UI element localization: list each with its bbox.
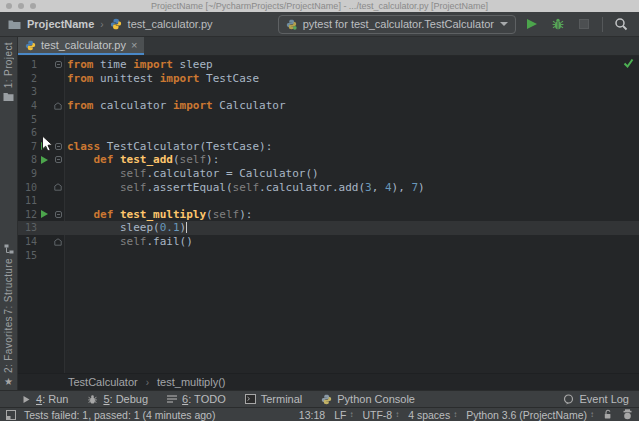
project-stripe-label: 1: Project: [3, 42, 14, 88]
breadcrumb-item[interactable]: test_multiply(): [157, 376, 225, 388]
breadcrumb-item[interactable]: TestCalculator: [68, 376, 138, 388]
nav-project-name[interactable]: ProjectName: [27, 18, 94, 30]
code-editor[interactable]: 1from time import sleep2from unittest im…: [18, 56, 639, 373]
line-number: 11: [18, 195, 37, 206]
maximize-window-icon[interactable]: [30, 3, 36, 9]
code-text: from time import sleep: [65, 58, 213, 71]
breadcrumbs-bar: TestCalculator›test_multiply(): [18, 373, 639, 390]
status-widget[interactable]: UTF-8↕: [362, 409, 399, 421]
fold-end-icon[interactable]: [51, 102, 65, 110]
sidebar-item-project[interactable]: 1: Project: [0, 42, 17, 102]
chevron-down-icon: [500, 22, 508, 26]
event-log-icon: [563, 394, 574, 405]
code-line-4[interactable]: 4from calculator import Calculator: [18, 99, 639, 113]
minimize-window-icon[interactable]: [18, 3, 24, 9]
status-widget[interactable]: Python 3.6 (ProjectName)↕: [466, 409, 594, 421]
run-test-gutter-icon[interactable]: [37, 210, 51, 218]
toolwindow-button-label: 5: Debug: [103, 393, 148, 405]
toolwindow-switcher-icon[interactable]: [6, 410, 16, 420]
code-line-11[interactable]: 11: [18, 194, 639, 208]
run-configuration-label: pytest for test_calculator.TestCalculato…: [303, 18, 494, 30]
terminal-icon: [245, 394, 256, 404]
line-number: 15: [18, 250, 37, 261]
status-widget-label: 13:18: [299, 409, 325, 421]
editor-tabbar: test_calculator.py ×: [18, 37, 639, 56]
sidebar-item-favorites[interactable]: 2: Favorites ★: [0, 316, 17, 387]
hector-inspector-icon[interactable]: [622, 409, 633, 420]
debug-button[interactable]: [548, 14, 568, 34]
status-widget[interactable]: LF↕: [334, 409, 353, 421]
toolwindow-button-pythonconsole[interactable]: Python Console: [321, 393, 415, 405]
code-line-15[interactable]: 15: [18, 248, 639, 262]
status-message[interactable]: Tests failed: 1, passed: 1 (4 minutes ag…: [24, 409, 215, 421]
code-line-2[interactable]: 2from unittest import TestCase: [18, 72, 639, 86]
toolwindow-button-label: Terminal: [261, 393, 303, 405]
code-line-13[interactable]: 13 sleep(0.1): [18, 221, 639, 235]
code-text: from calculator import Calculator: [65, 99, 286, 112]
fold-start-icon[interactable]: [51, 211, 65, 218]
code-line-14[interactable]: 14 self.fail(): [18, 235, 639, 249]
close-tab-icon[interactable]: ×: [131, 40, 137, 50]
status-widget-label: 4 spaces: [408, 409, 450, 421]
code-line-8[interactable]: 8 def test_add(self):: [18, 153, 639, 167]
line-number: 12: [18, 209, 37, 220]
folder-icon: [8, 19, 21, 30]
window-title: ProjectName [~/PycharmProjects/ProjectNa…: [151, 1, 488, 11]
line-number: 8: [18, 154, 37, 165]
breadcrumb-chevron-icon: ›: [146, 377, 149, 388]
toolwindow-button-terminal[interactable]: Terminal: [245, 393, 303, 405]
close-window-icon[interactable]: [6, 3, 12, 9]
code-line-9[interactable]: 9 self.calculator = Calculator(): [18, 167, 639, 181]
toolwindow-button-todo[interactable]: 6: TODO: [167, 393, 226, 405]
run-test-gutter-icon[interactable]: [37, 142, 51, 150]
run-configuration-select[interactable]: pytest for test_calculator.TestCalculato…: [278, 15, 516, 34]
fold-start-icon[interactable]: [51, 156, 65, 163]
line-number: 10: [18, 182, 37, 193]
code-line-1[interactable]: 1from time import sleep: [18, 58, 639, 72]
code-line-5[interactable]: 5: [18, 112, 639, 126]
fold-end-icon[interactable]: [51, 238, 65, 246]
toolwindow-button-run[interactable]: 4: Run: [22, 393, 68, 405]
main-area: 1: Project 7: Structure 2: Favorites ★: [0, 37, 639, 390]
code-line-12[interactable]: 12 def test_multiply(self):: [18, 208, 639, 222]
run-test-gutter-icon[interactable]: [37, 156, 51, 164]
toolwindow-button-label: 6: TODO: [182, 393, 226, 405]
code-line-10[interactable]: 10 self.assertEqual(self.calculator.add(…: [18, 180, 639, 194]
fold-end-icon[interactable]: [51, 183, 65, 191]
structure-stripe-label: 7: Structure: [3, 258, 14, 315]
sidebar-item-structure[interactable]: 7: Structure: [0, 244, 17, 315]
code-text: self.fail(): [65, 235, 193, 248]
code-text: from unittest import TestCase: [65, 72, 259, 85]
code-line-7[interactable]: 7class TestCalculator(TestCase):: [18, 140, 639, 154]
breadcrumb: ProjectName › test_calculator.py: [8, 18, 213, 30]
code-line-3[interactable]: 3: [18, 85, 639, 99]
star-icon: ★: [4, 377, 13, 387]
line-number: 7: [18, 141, 37, 152]
code-text: self.calculator = Calculator(): [65, 167, 319, 180]
toolwindow-button-debug[interactable]: 5: Debug: [87, 393, 148, 405]
toolwindow-bar: 4: Run5: Debug6: TODOTerminalPython Cons…: [0, 390, 639, 407]
code-text: def test_multiply(self):: [65, 208, 252, 221]
python-file-icon: [25, 40, 36, 51]
inspection-ok-icon[interactable]: [623, 58, 634, 68]
line-number: 5: [18, 114, 37, 125]
event-log-button[interactable]: Event Log: [563, 393, 629, 405]
status-widgets: 13:18LF↕UTF-8↕4 spaces↕Python 3.6 (Proje…: [299, 409, 633, 421]
lock-icon[interactable]: [603, 409, 613, 420]
status-widget-label: LF: [334, 409, 346, 421]
status-bar: Tests failed: 1, passed: 1 (4 minutes ag…: [0, 407, 639, 421]
line-number: 2: [18, 73, 37, 84]
search-everywhere-button[interactable]: [611, 14, 631, 34]
line-number: 13: [18, 222, 37, 233]
tab-test-calculator[interactable]: test_calculator.py ×: [18, 37, 144, 55]
status-widget[interactable]: 4 spaces↕: [408, 409, 457, 421]
fold-start-icon[interactable]: [51, 143, 65, 150]
text-caret: [186, 222, 187, 233]
line-number: 9: [18, 168, 37, 179]
status-widget[interactable]: 13:18: [299, 409, 325, 421]
code-line-6[interactable]: 6: [18, 126, 639, 140]
toolbar-divider: [602, 17, 603, 32]
fold-start-icon[interactable]: [51, 61, 65, 68]
nav-file-name[interactable]: test_calculator.py: [128, 18, 213, 30]
run-button[interactable]: [522, 14, 542, 34]
